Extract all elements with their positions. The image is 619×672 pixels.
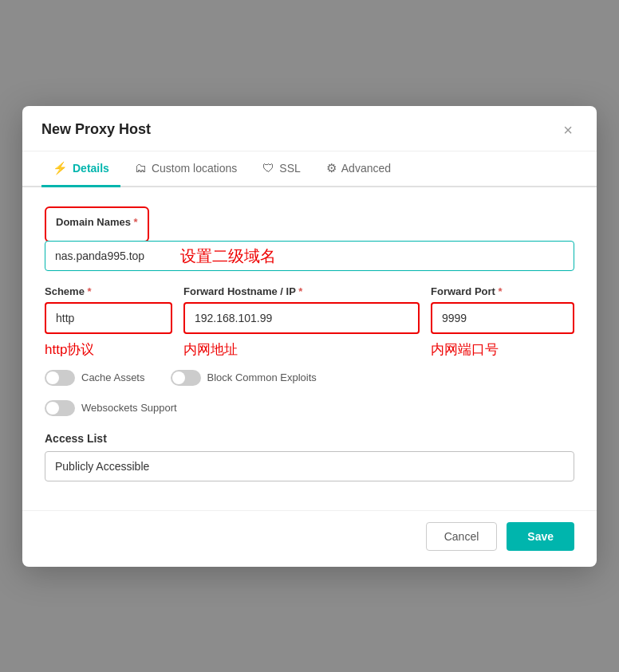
scheme-label: Scheme * <box>45 285 172 297</box>
forward-host-input[interactable] <box>183 302 420 334</box>
field-annotations: http协议 内网地址 内网端口号 <box>45 340 574 359</box>
tab-ssl[interactable]: 🛡 SSL <box>251 151 311 187</box>
custom-locations-icon: 🗂 <box>135 161 147 175</box>
close-button[interactable]: × <box>558 120 578 140</box>
forward-port-input[interactable] <box>431 302 574 334</box>
port-annotation: 内网端口号 <box>431 340 574 359</box>
host-annotation: 内网地址 <box>183 340 420 359</box>
tab-advanced-label: Advanced <box>341 162 391 175</box>
forward-host-label: Forward Hostname / IP * <box>183 285 420 297</box>
block-exploits-label: Block Common Exploits <box>207 371 317 383</box>
domain-names-label: Domain Names * <box>56 216 138 228</box>
forward-port-column: Forward Port * <box>431 285 574 334</box>
cache-assets-slider <box>45 370 75 386</box>
access-list-label: Access List <box>45 432 574 445</box>
block-exploits-toggle[interactable] <box>171 370 201 386</box>
cache-assets-toggle-group: Cache Assets <box>45 370 145 386</box>
scheme-annotation: http协议 <box>45 340 172 359</box>
scheme-input[interactable] <box>45 302 172 334</box>
block-exploits-toggle-group: Block Common Exploits <box>171 370 317 386</box>
tab-custom-locations-label: Custom locations <box>152 162 237 175</box>
websockets-toggle[interactable] <box>45 400 75 416</box>
toggle-row-1: Cache Assets Block Common Exploits <box>45 370 574 394</box>
tab-details-label: Details <box>73 162 109 175</box>
details-icon: ⚡ <box>53 161 68 175</box>
advanced-icon: ⚙ <box>326 161 337 175</box>
save-button[interactable]: Save <box>507 522 574 551</box>
domain-names-input[interactable] <box>45 241 574 271</box>
cancel-button[interactable]: Cancel <box>426 522 498 551</box>
form-body: Domain Names * 设置二级域名 Scheme * <box>22 187 597 510</box>
tab-ssl-label: SSL <box>279 162 300 175</box>
block-exploits-slider <box>171 370 201 386</box>
cache-assets-toggle[interactable] <box>45 370 75 386</box>
ssl-icon: 🛡 <box>262 161 274 175</box>
forward-port-label: Forward Port * <box>431 285 574 297</box>
host-config-row: Scheme * Forward Hostname / IP * Forward… <box>45 285 574 334</box>
scheme-column: Scheme * <box>45 285 172 334</box>
forward-host-column: Forward Hostname / IP * <box>183 285 420 334</box>
new-proxy-host-modal: New Proxy Host × ⚡ Details 🗂 Custom loca… <box>22 106 597 567</box>
modal-footer: Cancel Save <box>22 510 597 567</box>
modal-title: New Proxy Host <box>41 121 151 138</box>
tab-bar: ⚡ Details 🗂 Custom locations 🛡 SSL ⚙ Adv… <box>22 151 597 187</box>
modal-header: New Proxy Host × <box>22 106 597 151</box>
cache-assets-label: Cache Assets <box>81 371 145 383</box>
websockets-label: Websockets Support <box>81 402 177 414</box>
tab-custom-locations[interactable]: 🗂 Custom locations <box>124 151 248 187</box>
websockets-slider <box>45 400 75 416</box>
access-list-select[interactable]: Publicly Accessible <box>45 451 574 481</box>
toggle-row-2: Websockets Support <box>45 400 574 416</box>
tab-details[interactable]: ⚡ Details <box>41 151 120 187</box>
access-list-section: Access List Publicly Accessible <box>45 432 574 481</box>
tab-advanced[interactable]: ⚙ Advanced <box>315 151 402 187</box>
